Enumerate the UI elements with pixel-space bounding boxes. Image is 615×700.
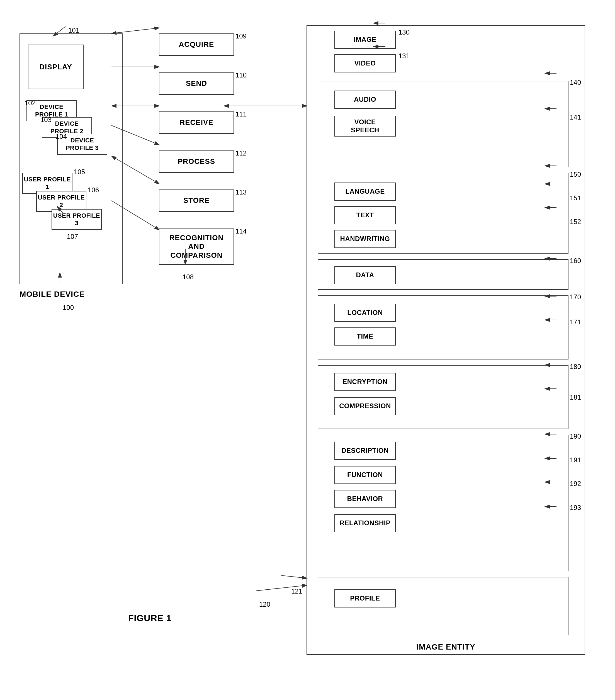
diagram-container: 101 DISPLAY DEVICEPROFILE 1 102 DEVICEPR… (11, 17, 602, 680)
voice-speech-label: VOICESPEECH (351, 118, 379, 134)
user-profile-1-label: USER PROFILE 1 (23, 176, 72, 191)
ref-121: 121 (291, 587, 302, 595)
ref-150: 150 (570, 171, 581, 178)
user-profile-3-box: USER PROFILE 3 (52, 209, 102, 230)
data-box: DATA (335, 266, 396, 284)
ref-101: 101 (68, 26, 79, 34)
ref-100: 100 (63, 304, 74, 312)
ref-110: 110 (236, 71, 247, 79)
process-box: PROCESS (159, 150, 234, 173)
user-profile-1-box: USER PROFILE 1 (22, 173, 73, 194)
ref-106: 106 (88, 186, 99, 194)
description-label: DESCRIPTION (341, 447, 389, 455)
profile-box: PROFILE (335, 589, 396, 608)
ref-113: 113 (236, 188, 247, 196)
recognition-box: RECOGNITIONANDCOMPARISON (159, 228, 234, 265)
encryption-box: ENCRYPTION (335, 373, 396, 391)
ref-180: 180 (570, 363, 581, 371)
relationship-box: RELATIONSHIP (335, 514, 396, 532)
receive-box: RECEIVE (159, 111, 234, 134)
store-box: STORE (159, 189, 234, 212)
handwriting-box: HANDWRITING (335, 230, 396, 248)
ref-108: 108 (183, 273, 194, 281)
acquire-box: ACQUIRE (159, 34, 234, 56)
ref-109: 109 (236, 32, 247, 40)
encryption-label: ENCRYPTION (342, 378, 387, 386)
profile-label: PROFILE (350, 595, 380, 602)
voice-speech-box: VOICESPEECH (335, 116, 396, 137)
image-box: IMAGE (335, 31, 396, 49)
send-label: SEND (186, 79, 207, 88)
video-label: VIDEO (354, 59, 376, 67)
ref-111: 111 (236, 110, 247, 118)
audio-label: AUDIO (354, 96, 376, 104)
ref-131: 131 (399, 52, 410, 60)
ref-193: 193 (570, 504, 581, 512)
figure-label: FIGURE 1 (128, 613, 172, 623)
text-box: TEXT (335, 206, 396, 224)
behavior-label: BEHAVIOR (347, 495, 383, 503)
ref-107: 107 (67, 233, 78, 240)
ref-112: 112 (236, 149, 247, 157)
display-label: DISPLAY (39, 63, 72, 71)
handwriting-label: HANDWRITING (340, 235, 390, 243)
language-box: LANGUAGE (335, 183, 396, 201)
relationship-label: RELATIONSHIP (340, 519, 391, 527)
store-label: STORE (183, 196, 210, 205)
location-box: LOCATION (335, 304, 396, 322)
ref-192: 192 (570, 480, 581, 488)
user-profile-3-label: USER PROFILE 3 (52, 212, 101, 227)
location-label: LOCATION (347, 309, 383, 317)
description-box: DESCRIPTION (335, 442, 396, 460)
send-box: SEND (159, 73, 234, 95)
ref-191: 191 (570, 456, 581, 464)
acquire-label: ACQUIRE (179, 40, 214, 49)
ref-103: 103 (40, 116, 52, 124)
mobile-device-label: MOBILE DEVICE (20, 290, 85, 299)
ref-170: 170 (570, 293, 581, 301)
user-profile-2-box: USER PROFILE 2 (36, 191, 86, 212)
function-label: FUNCTION (347, 471, 383, 479)
ref-130: 130 (399, 28, 410, 36)
user-profile-2-label: USER PROFILE 2 (37, 194, 86, 209)
ref-181: 181 (570, 393, 581, 401)
function-box: FUNCTION (335, 466, 396, 484)
ref-140: 140 (570, 78, 581, 86)
process-label: PROCESS (178, 157, 215, 166)
ref-120-outer: 120 (259, 601, 270, 608)
receive-label: RECEIVE (179, 118, 213, 127)
ref-104: 104 (56, 133, 67, 140)
ref-102: 102 (25, 99, 36, 107)
time-box: TIME (335, 327, 396, 346)
audio-box: AUDIO (335, 90, 396, 109)
ref-151: 151 (570, 194, 581, 202)
behavior-box: BEHAVIOR (335, 490, 396, 508)
ref-160: 160 (570, 257, 581, 265)
text-label: TEXT (356, 211, 374, 219)
display-box: DISPLAY (28, 45, 84, 89)
ref-190: 190 (570, 433, 581, 440)
time-label: TIME (357, 333, 373, 340)
ref-105: 105 (74, 168, 85, 176)
recognition-label: RECOGNITIONANDCOMPARISON (170, 234, 224, 260)
compression-box: COMPRESSION (335, 397, 396, 415)
ref-114: 114 (236, 227, 247, 235)
language-label: LANGUAGE (345, 188, 385, 196)
video-box: VIDEO (335, 54, 396, 73)
ref-152: 152 (570, 218, 581, 226)
device-profile-3-label: DEVICEPROFILE 3 (66, 137, 99, 152)
ref-141: 141 (570, 113, 581, 121)
ref-171: 171 (570, 318, 581, 326)
data-label: DATA (356, 271, 374, 279)
compression-label: COMPRESSION (339, 402, 391, 410)
image-entity-label: IMAGE ENTITY (307, 642, 585, 651)
image-label: IMAGE (354, 36, 376, 44)
